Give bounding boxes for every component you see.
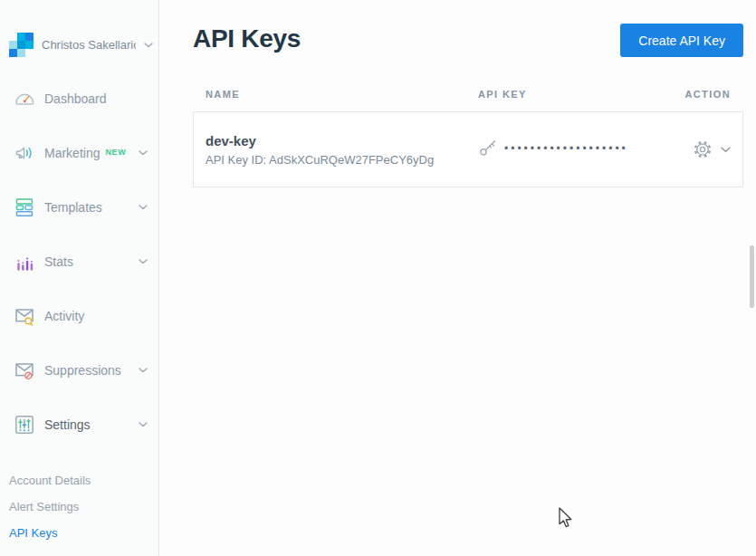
page-header: API Keys Create API Key [193, 0, 743, 57]
key-icon [478, 138, 498, 161]
main-content: API Keys Create API Key NAME API KEY ACT… [160, 0, 756, 556]
sidebar-item-label: Stats [44, 254, 73, 269]
mail-block-icon [13, 359, 36, 382]
sidebar-item-label: Templates [44, 200, 102, 215]
api-key-name-cell: dev-key API Key ID: AdSkXCuRQeW27FPeCY6y… [206, 133, 478, 167]
sidebar-item-label: Marketing [44, 146, 100, 160]
column-header-api-key: API KEY [478, 89, 647, 100]
sidebar-nav: Dashboard Marketing NEW [0, 72, 158, 452]
sidebar-item-stats[interactable]: Stats [0, 235, 158, 289]
subnav-item-account-details[interactable]: Account Details [0, 467, 158, 494]
row-action-menu[interactable] [693, 139, 731, 159]
sliders-icon [13, 413, 36, 436]
chevron-down-icon[interactable] [721, 147, 731, 153]
gauge-icon [13, 87, 36, 110]
api-key-cell: ••••••••••••••••••• [478, 138, 647, 161]
sidebar-item-label: Dashboard [44, 91, 107, 106]
page-title: API Keys [193, 23, 301, 55]
sidebar-item-label: Activity [44, 309, 84, 323]
sidebar-item-settings[interactable]: Settings [0, 398, 158, 452]
sendgrid-logo-icon [9, 33, 33, 57]
new-badge: NEW [105, 148, 126, 157]
subnav-item-api-keys[interactable]: API Keys [0, 520, 158, 546]
table-row: dev-key API Key ID: AdSkXCuRQeW27FPeCY6y… [193, 111, 743, 187]
masked-api-key: ••••••••••••••••••• [504, 142, 628, 155]
column-header-name: NAME [206, 89, 478, 100]
subnav-item-alert-settings[interactable]: Alert Settings [0, 494, 158, 520]
sidebar-item-dashboard[interactable]: Dashboard [0, 72, 158, 126]
templates-icon [13, 196, 36, 219]
sidebar-item-label: Suppressions [44, 363, 121, 378]
chevron-down-icon [144, 43, 153, 48]
chevron-down-icon [139, 422, 148, 427]
sidebar-item-activity[interactable]: Activity [0, 289, 158, 343]
sidebar: Christos Sakellario Dashboard [0, 0, 159, 556]
api-key-id: API Key ID: AdSkXCuRQeW27FPeCY6yDg [206, 153, 478, 167]
user-name: Christos Sakellario [42, 38, 136, 52]
chevron-down-icon [139, 368, 148, 373]
chevron-down-icon [139, 259, 148, 264]
chevron-down-icon [139, 150, 148, 156]
megaphone-icon [13, 141, 36, 165]
vertical-scrollbar-thumb[interactable] [750, 245, 754, 308]
sidebar-item-marketing[interactable]: Marketing NEW [0, 126, 158, 180]
mail-search-icon [13, 304, 36, 328]
account-menu[interactable]: Christos Sakellario [0, 0, 158, 57]
column-header-action: ACTION [647, 89, 731, 100]
settings-subnav: Account Details Alert Settings API Keys [0, 467, 158, 546]
action-cell [647, 139, 731, 159]
table-header: NAME API KEY ACTION [193, 89, 743, 100]
sidebar-item-label: Settings [44, 417, 91, 432]
bar-chart-icon [13, 250, 36, 273]
api-key-name: dev-key [206, 133, 478, 149]
sidebar-item-suppressions[interactable]: Suppressions [0, 343, 158, 398]
gear-icon[interactable] [693, 139, 713, 159]
sidebar-item-templates[interactable]: Templates [0, 180, 158, 235]
chevron-down-icon [139, 205, 148, 210]
create-api-key-button[interactable]: Create API Key [620, 24, 743, 57]
